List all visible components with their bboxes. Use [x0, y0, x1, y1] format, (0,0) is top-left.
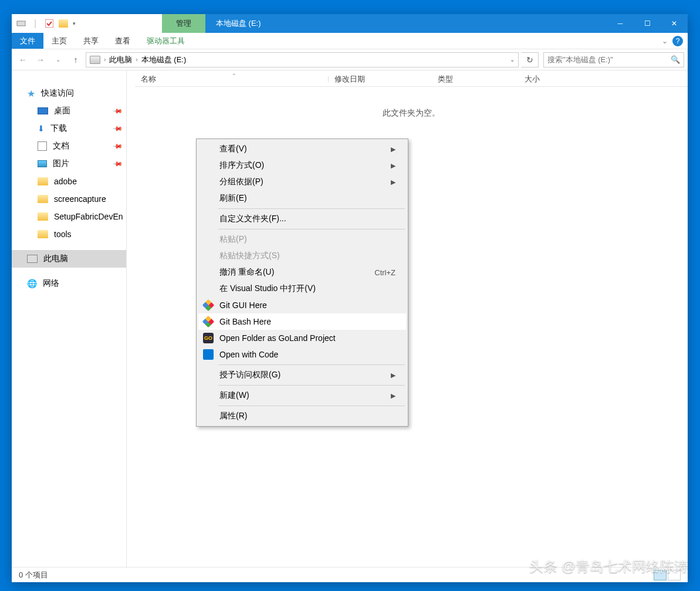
refresh-button[interactable]: ↻ — [521, 52, 539, 67]
separator — [218, 208, 405, 209]
pictures-icon — [38, 160, 47, 167]
ctx-new[interactable]: 新建(W)▶ — [198, 387, 406, 404]
sidebar-item-label: 图片 — [53, 158, 69, 169]
divider-icon: | — [31, 19, 40, 28]
ctx-view[interactable]: 查看(V)▶ — [198, 141, 406, 157]
separator — [218, 364, 405, 365]
ctx-vscode[interactable]: Open with Code — [198, 346, 406, 363]
chevron-right-icon: ▶ — [391, 146, 395, 153]
sidebar-item-desktop[interactable]: 桌面📌 — [12, 102, 126, 120]
address-dropdown-icon[interactable]: ⌄ — [510, 56, 515, 63]
ctx-sort[interactable]: 排序方式(O)▶ — [198, 157, 406, 174]
column-size[interactable]: 大小 — [519, 74, 540, 85]
context-menu: 查看(V)▶ 排序方式(O)▶ 分组依据(P)▶ 刷新(E) 自定义文件夹(F)… — [196, 139, 408, 427]
ctx-paste: 粘贴(P) — [198, 231, 406, 248]
properties-icon[interactable] — [45, 19, 54, 28]
watermark: 头条 @青岛七术网络陈涛 — [529, 557, 688, 576]
sidebar-item-screencapture[interactable]: screencapture — [12, 190, 126, 208]
quick-access-toolbar: | ▾ — [12, 14, 80, 33]
folder-icon — [38, 177, 48, 185]
ctx-git-gui[interactable]: Git GUI Here — [198, 297, 406, 313]
ribbon-collapse-icon[interactable]: ⌄ — [662, 37, 668, 45]
qat-dropdown-icon[interactable]: ▾ — [73, 21, 80, 26]
ctx-undo[interactable]: 撤消 重命名(U)Ctrl+Z — [198, 264, 406, 281]
column-name[interactable]: 名称⌃ — [135, 74, 329, 85]
window-controls: ─ ☐ ✕ — [607, 14, 688, 33]
ctx-customize[interactable]: 自定义文件夹(F)... — [198, 211, 406, 227]
separator — [218, 229, 405, 229]
sidebar-item-label: 网络 — [43, 278, 59, 289]
address-bar[interactable]: › 此电脑 › 本地磁盘 (E:) ⌄ — [86, 52, 519, 67]
tab-view[interactable]: 查看 — [107, 33, 138, 49]
chevron-right-icon: ▶ — [391, 162, 395, 170]
folder-icon — [38, 212, 48, 221]
breadcrumb-drive[interactable]: 本地磁盘 (E:) — [141, 55, 187, 65]
sidebar-item-label: 文档 — [53, 141, 69, 151]
titlebar: | ▾ 管理 本地磁盘 (E:) ─ ☐ ✕ — [12, 14, 688, 33]
new-folder-icon[interactable] — [59, 19, 68, 28]
breadcrumb-pc[interactable]: 此电脑 — [109, 55, 132, 65]
search-box[interactable]: 🔍 — [543, 52, 684, 67]
sidebar-item-label: screencapture — [54, 194, 106, 204]
ctx-refresh[interactable]: 刷新(E) — [198, 190, 406, 207]
pin-icon: 📌 — [111, 140, 123, 151]
ctx-properties[interactable]: 属性(R) — [198, 408, 406, 424]
status-item-count: 0 个项目 — [19, 570, 48, 580]
column-headers: 名称⌃ 修改日期 类型 大小 — [135, 70, 688, 87]
svg-rect-0 — [17, 21, 25, 26]
navigation-bar: ← → ⌄ ↑ › 此电脑 › 本地磁盘 (E:) ⌄ ↻ 🔍 — [12, 49, 688, 70]
pc-icon — [27, 255, 38, 263]
sidebar-item-thispc[interactable]: 此电脑 — [12, 250, 126, 268]
star-icon: ★ — [27, 88, 35, 99]
help-icon[interactable]: ? — [672, 36, 683, 46]
minimize-button[interactable]: ─ — [607, 14, 634, 33]
forward-button[interactable]: → — [33, 52, 48, 67]
sidebar-item-pictures[interactable]: 图片📌 — [12, 155, 126, 173]
empty-folder-message: 此文件夹为空。 — [135, 108, 688, 119]
folder-icon — [38, 230, 48, 238]
tab-file[interactable]: 文件 — [12, 33, 43, 49]
column-type[interactable]: 类型 — [432, 74, 519, 85]
git-icon — [202, 316, 214, 327]
ctx-goland[interactable]: GOOpen Folder as GoLand Project — [198, 330, 406, 346]
desktop-icon — [38, 107, 48, 114]
chevron-right-icon[interactable]: › — [136, 56, 137, 63]
ctx-grant-access[interactable]: 授予访问权限(G)▶ — [198, 367, 406, 383]
search-input[interactable] — [547, 55, 671, 64]
tab-share[interactable]: 共享 — [75, 33, 107, 49]
ctx-paste-shortcut: 粘贴快捷方式(S) — [198, 248, 406, 264]
sidebar-item-adobe[interactable]: adobe — [12, 173, 126, 190]
ctx-git-bash[interactable]: Git Bash Here — [198, 313, 406, 330]
sidebar-item-label: SetupFabricDevEn — [54, 212, 123, 221]
close-button[interactable]: ✕ — [661, 14, 688, 33]
sidebar-item-label: 下载 — [50, 123, 67, 134]
up-button[interactable]: ↑ — [68, 52, 83, 67]
drive-icon — [90, 56, 100, 64]
tab-home[interactable]: 主页 — [43, 33, 75, 49]
chevron-right-icon: ▶ — [391, 372, 395, 379]
sidebar-item-quick-access[interactable]: ★快速访问 — [12, 85, 126, 102]
tab-drive-tools[interactable]: 驱动器工具 — [138, 33, 193, 49]
title-context-tab[interactable]: 管理 — [162, 14, 205, 33]
chevron-right-icon[interactable]: › — [104, 56, 106, 63]
network-icon: 🌐 — [27, 279, 37, 288]
sidebar-item-downloads[interactable]: ⬇下载📌 — [12, 120, 126, 137]
sidebar-item-tools[interactable]: tools — [12, 225, 126, 243]
ctx-open-vs[interactable]: 在 Visual Studio 中打开(V) — [198, 281, 406, 297]
recent-dropdown-icon[interactable]: ⌄ — [50, 52, 66, 67]
vscode-icon — [203, 349, 214, 360]
titlebar-drag[interactable] — [272, 14, 607, 33]
search-icon[interactable]: 🔍 — [671, 55, 680, 64]
sidebar-item-documents[interactable]: 文档📌 — [12, 137, 126, 155]
sidebar-item-network[interactable]: 🌐网络 — [12, 275, 126, 292]
ribbon-tabs: 文件 主页 共享 查看 驱动器工具 ⌄ ? — [12, 33, 688, 49]
sidebar-item-setupfabric[interactable]: SetupFabricDevEn — [12, 208, 126, 225]
back-button[interactable]: ← — [15, 52, 31, 67]
column-date[interactable]: 修改日期 — [329, 74, 432, 85]
ctx-group[interactable]: 分组依据(P)▶ — [198, 174, 406, 190]
downloads-icon: ⬇ — [38, 124, 45, 133]
chevron-right-icon: ▶ — [391, 178, 395, 186]
maximize-button[interactable]: ☐ — [634, 14, 661, 33]
pin-icon: 📌 — [111, 105, 123, 116]
svg-rect-1 — [45, 19, 53, 28]
